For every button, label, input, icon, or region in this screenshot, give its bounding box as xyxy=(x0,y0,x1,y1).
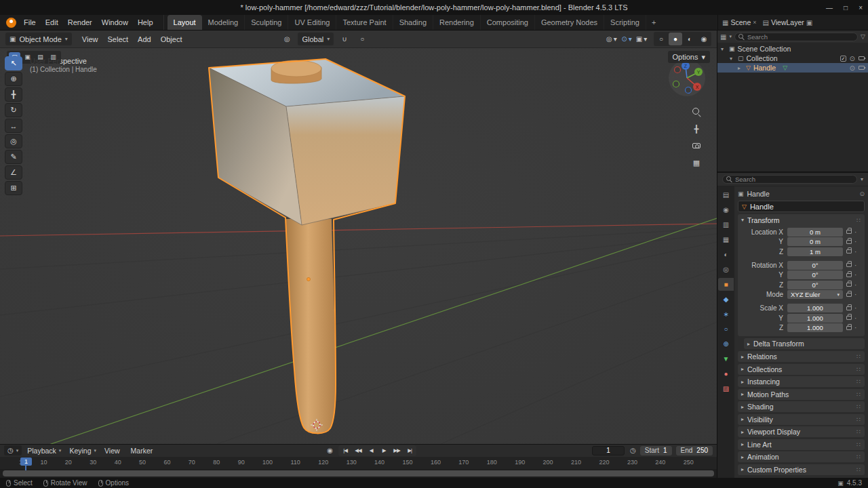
property-section-header[interactable]: ▸ Shading ∷ xyxy=(738,401,865,412)
workspace-tab[interactable]: Texture Paint xyxy=(336,15,393,30)
output-tab[interactable]: ▥ xyxy=(718,218,734,231)
pan-icon[interactable]: ╋ xyxy=(691,123,702,134)
panel-grip-icon[interactable]: ∷ xyxy=(856,391,861,398)
blender-logo-icon[interactable] xyxy=(6,18,16,28)
workspace-tab[interactable]: Geometry Nodes xyxy=(535,15,604,30)
property-section-header[interactable]: ▸ Motion Paths ∷ xyxy=(738,389,865,400)
toggle-ortho-icon[interactable]: ▦ xyxy=(691,157,702,168)
object-tab[interactable]: ■ xyxy=(718,278,734,291)
menubar-item[interactable]: Render xyxy=(63,15,97,30)
scene-tab[interactable]: ◐ xyxy=(718,248,734,261)
show-overlays-toggle[interactable]: ⊙▾ xyxy=(620,33,633,45)
chevron-down-icon[interactable]: ▾ xyxy=(861,176,863,182)
material-tab[interactable]: ● xyxy=(718,367,734,380)
lock-icon[interactable] xyxy=(846,273,852,277)
lock-icon[interactable] xyxy=(846,316,852,320)
viewport-canvas[interactable] xyxy=(0,30,717,444)
viewlayer-selector[interactable]: ViewLayer xyxy=(771,18,804,26)
cursor-tool[interactable]: ⊕ xyxy=(5,72,22,86)
scale-tool[interactable]: ↔ xyxy=(5,119,22,133)
timeline-menu-item[interactable]: View xyxy=(100,447,127,455)
animate-decorator-dot[interactable]: · xyxy=(854,248,856,256)
property-section-header[interactable]: ▸ Relations ∷ xyxy=(738,351,865,362)
panel-grip-icon[interactable]: ∷ xyxy=(856,217,861,224)
field-value[interactable]: 1.000 xyxy=(787,304,843,312)
timeline-menu-item[interactable]: Keying▾ xyxy=(65,447,100,455)
use-preview-range-icon[interactable]: ◷ xyxy=(630,447,636,454)
panel-grip-icon[interactable]: ∷ xyxy=(856,416,861,423)
delta-transform-section[interactable]: ▸ Delta Transform xyxy=(744,338,865,349)
viewlayer-copy-icon[interactable]: ▣ xyxy=(806,19,812,26)
jump-start-button[interactable]: |◀ xyxy=(339,446,351,455)
animate-decorator-dot[interactable]: · xyxy=(854,314,856,322)
lock-icon[interactable] xyxy=(846,306,852,310)
property-section-header[interactable]: ▸ Custom Properties ∷ xyxy=(738,464,865,475)
timeline-menu-item[interactable]: Playback▾ xyxy=(23,447,65,455)
proportional-edit-toggle[interactable]: ○ xyxy=(355,33,369,45)
animate-decorator-dot[interactable]: · xyxy=(854,291,856,298)
hide-eye-icon[interactable]: ⊙ xyxy=(850,64,855,72)
lock-icon[interactable] xyxy=(846,263,852,267)
outliner-search-input[interactable]: Search xyxy=(734,33,858,41)
panel-grip-icon[interactable]: ∷ xyxy=(856,441,861,448)
hide-eye-icon[interactable]: ⊙ xyxy=(850,55,855,62)
property-section-header[interactable]: ▸ Viewport Display ∷ xyxy=(738,426,865,437)
snap-magnet-toggle[interactable]: ∪ xyxy=(338,33,351,45)
add-workspace-button[interactable]: + xyxy=(646,15,661,30)
render-tab[interactable]: ◉ xyxy=(718,203,734,216)
transform-tool[interactable]: ◎ xyxy=(5,134,22,148)
property-section-header[interactable]: ▸ Visibility ∷ xyxy=(738,414,865,425)
property-section-header[interactable]: ▸ Line Art ∷ xyxy=(738,439,865,450)
field-value[interactable]: 0° xyxy=(787,270,843,279)
field-value[interactable]: 0° xyxy=(787,281,843,289)
lock-icon[interactable] xyxy=(846,249,852,253)
show-gizmo-toggle[interactable]: ◎▾ xyxy=(605,33,618,45)
lock-icon[interactable] xyxy=(846,283,852,287)
outliner-row-scene-collection[interactable]: ▾ ▣ Scene Collection xyxy=(717,44,868,54)
mode-dropdown[interactable]: ▣ Object Mode ▾ xyxy=(5,33,72,45)
current-frame-field[interactable]: 1 xyxy=(592,446,625,455)
object-name-field[interactable]: ▽ Handle xyxy=(738,201,865,212)
lock-icon[interactable] xyxy=(846,326,852,330)
texture-tab[interactable]: ▨ xyxy=(718,382,734,395)
menubar-item[interactable]: File xyxy=(19,15,41,30)
panel-grip-icon[interactable]: ∷ xyxy=(856,366,861,373)
physics-tab[interactable]: ○ xyxy=(718,323,734,336)
panel-grip-icon[interactable]: ∷ xyxy=(856,453,861,460)
frame-start-field[interactable]: Start 1 xyxy=(640,446,672,455)
expand-icon[interactable]: ▸ xyxy=(738,65,743,71)
world-tab[interactable]: ◎ xyxy=(718,263,734,276)
animate-decorator-dot[interactable]: · xyxy=(854,238,856,245)
frame-end-field[interactable]: End 250 xyxy=(676,446,713,455)
animate-decorator-dot[interactable]: · xyxy=(854,271,856,279)
property-section-header[interactable]: ▸ Collections ∷ xyxy=(738,364,865,375)
timeline-ruler[interactable]: 1102030405060708090100110120130140150160… xyxy=(0,457,717,469)
select-box-tool[interactable]: ↖ xyxy=(5,56,22,70)
measure-tool[interactable]: ∠ xyxy=(5,165,22,180)
viewport-menu-item[interactable]: Object xyxy=(157,35,186,43)
jump-end-button[interactable]: ▶| xyxy=(403,446,416,455)
move-tool[interactable]: ╋ xyxy=(5,87,22,102)
menubar-item[interactable]: Help xyxy=(133,15,158,30)
workspace-tab[interactable]: Scripting xyxy=(604,15,646,30)
animate-decorator-dot[interactable]: · xyxy=(854,228,856,236)
field-value[interactable]: 0° xyxy=(787,261,843,270)
outliner-editor-icon[interactable]: ▦ xyxy=(720,33,726,41)
particles-tab[interactable]: ∗ xyxy=(718,308,734,321)
prev-keyframe-button[interactable]: ◀◀ xyxy=(352,446,364,455)
pin-icon[interactable]: ⊙ xyxy=(859,190,865,197)
tool-tab[interactable]: ▤ xyxy=(718,188,734,201)
panel-grip-icon[interactable]: ∷ xyxy=(856,353,861,360)
next-keyframe-button[interactable]: ▶▶ xyxy=(391,446,403,455)
panel-grip-icon[interactable]: ∷ xyxy=(856,428,861,435)
wireframe-shading-button[interactable]: ○ xyxy=(654,33,668,45)
field-value[interactable]: XYZ Euler xyxy=(787,290,843,299)
viewport-menu-item[interactable]: Add xyxy=(134,35,155,43)
expand-icon[interactable]: ▾ xyxy=(730,56,735,62)
orientation-dropdown[interactable]: Global ▾ xyxy=(298,33,334,45)
close-button[interactable]: × xyxy=(859,4,863,12)
animate-decorator-dot[interactable]: · xyxy=(854,324,856,331)
material-shading-button[interactable]: ◐ xyxy=(683,33,696,45)
rendered-shading-button[interactable]: ◉ xyxy=(697,33,711,45)
field-value[interactable]: 1.000 xyxy=(787,314,843,323)
